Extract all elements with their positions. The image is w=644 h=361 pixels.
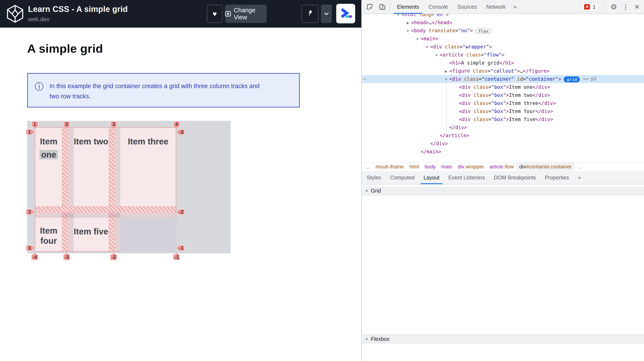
dom-tree-row[interactable]: <div class="box">Item three</div> bbox=[362, 99, 644, 107]
breadcrumb-overflow-icon[interactable]: … bbox=[574, 162, 585, 171]
chevron-down-icon bbox=[324, 12, 329, 15]
dom-tree-row[interactable]: ▼<main> bbox=[362, 35, 644, 43]
callout-text-line1: In this example the grid container creat… bbox=[50, 83, 260, 90]
dollar-zero-ref: $0 bbox=[590, 76, 596, 82]
grid-line-badge-right: -3 bbox=[178, 129, 185, 135]
grid-line-badge-bottom: -3 bbox=[63, 254, 70, 260]
dom-tree-row[interactable]: <h1>A simple grid</h1> bbox=[362, 59, 644, 67]
dom-tree-row[interactable]: ▼<article class="flow"> bbox=[362, 51, 644, 59]
elements-dom-tree: ▼<html lang="en">▶<head>…</head>▼<body t… bbox=[362, 0, 644, 162]
flexbox-section-header[interactable]: ▼ Flexbox bbox=[362, 335, 644, 343]
row-gap-shade bbox=[35, 213, 176, 218]
breadcrumb-item[interactable]: html bbox=[406, 162, 422, 171]
grid-section-header[interactable]: ▼ Grid bbox=[362, 186, 644, 195]
grid-line-badge-top: 1 bbox=[31, 121, 38, 127]
breadcrumb-item[interactable]: div#container.container bbox=[516, 162, 574, 171]
devtools-toolbar: ElementsConsoleSourcesNetwork » ✕ 1 ⚙ ⋮ … bbox=[362, 0, 644, 14]
elements-sidebar-tabs: StylesComputedLayoutEvent ListenersDOM B… bbox=[362, 171, 644, 185]
grid-line-badge-bottom: -2 bbox=[110, 254, 117, 260]
expand-arrow-open-icon[interactable]: ▼ bbox=[443, 75, 449, 83]
expand-arrow-closed-icon[interactable]: ▶ bbox=[405, 19, 411, 27]
equals-sign: == bbox=[583, 76, 589, 82]
breadcrumb-item[interactable]: div.wrapper bbox=[455, 162, 487, 171]
expand-arrow-open-icon[interactable]: ▼ bbox=[433, 51, 440, 59]
dom-tree-row[interactable]: ▼<body translate="no">flex bbox=[362, 26, 644, 35]
dom-tree-row[interactable]: </div> bbox=[362, 123, 644, 131]
breadcrumb-item[interactable]: result-iframe bbox=[373, 162, 406, 171]
console-error-badge[interactable]: ✕ 1 bbox=[581, 2, 599, 11]
empty-grid-cell bbox=[120, 218, 176, 252]
grid-line-badge-top: 2 bbox=[63, 121, 70, 127]
dom-tree-row[interactable]: </main> bbox=[362, 148, 644, 156]
site-header: Learn CSS - A simple grid web.dev ♥ Chan… bbox=[0, 0, 361, 27]
close-devtools-icon[interactable]: ✕ bbox=[634, 3, 640, 10]
info-callout: ⓘ In this example the grid container cre… bbox=[27, 73, 300, 107]
dom-tree-row[interactable]: ▶<head>…</head> bbox=[362, 18, 644, 26]
toolbar-divider bbox=[604, 3, 605, 11]
grid-line-badge-bottom: -4 bbox=[31, 254, 38, 260]
dom-tree-row[interactable]: <div class="box">Item two</div> bbox=[362, 91, 644, 99]
pin-icon bbox=[306, 10, 314, 18]
grid-badge[interactable]: grid bbox=[564, 76, 580, 82]
more-tabs-icon[interactable]: » bbox=[510, 3, 520, 10]
sandbox-logo-button[interactable] bbox=[336, 4, 355, 23]
expand-arrow-open-icon[interactable]: ▼ bbox=[424, 43, 430, 51]
dropdown-toggle-button[interactable] bbox=[321, 5, 332, 23]
column-gap-hatch bbox=[62, 128, 68, 251]
pin-button[interactable] bbox=[302, 5, 318, 23]
dom-tree-row[interactable]: </article> bbox=[362, 131, 644, 139]
toolbar-divider bbox=[390, 3, 390, 11]
callout-text-line2: two row tracks. bbox=[50, 93, 90, 100]
dom-tree-row[interactable]: ▶<figure class="callout">…</figure> bbox=[362, 67, 644, 75]
row-overflow-handle[interactable]: ⋯ bbox=[363, 75, 366, 83]
grid-line-badge-left: 2 bbox=[26, 209, 33, 215]
sidebar-more-tabs-icon[interactable]: » bbox=[574, 171, 585, 184]
change-view-button[interactable]: Change View bbox=[225, 5, 267, 23]
sidebar-tab-computed[interactable]: Computed bbox=[386, 171, 419, 184]
breadcrumb-item[interactable]: body bbox=[422, 162, 438, 171]
breadcrumb-overflow-icon[interactable]: … bbox=[362, 162, 373, 171]
favorite-button[interactable]: ♥ bbox=[207, 5, 222, 23]
site-domain[interactable]: web.dev bbox=[28, 16, 50, 23]
webdev-learn-css-logo bbox=[6, 4, 24, 23]
column-gap-shade bbox=[69, 128, 74, 251]
breadcrumb-item[interactable]: article.flow bbox=[487, 162, 516, 171]
column-gap-hatch bbox=[109, 128, 115, 251]
grid-item-four-line2: four bbox=[40, 236, 57, 246]
grid-item-five: Item five bbox=[74, 227, 108, 236]
dom-tree-row[interactable]: <div class="box">Item five</div> bbox=[362, 115, 644, 123]
column-gap-shade bbox=[116, 128, 120, 251]
sidebar-tab-event-listeners[interactable]: Event Listeners bbox=[444, 171, 490, 184]
sidebar-tab-dom-breakpoints[interactable]: DOM Breakpoints bbox=[490, 171, 540, 184]
expand-arrow-open-icon[interactable]: ▼ bbox=[414, 35, 420, 43]
grid-line-badge-top: 4 bbox=[173, 121, 180, 127]
dom-tree-row[interactable]: </div> bbox=[362, 139, 644, 148]
sidebar-tab-layout[interactable]: Layout bbox=[419, 171, 444, 184]
expand-arrow-open-icon[interactable]: ▼ bbox=[405, 27, 411, 35]
expand-arrow-closed-icon[interactable]: ▶ bbox=[443, 67, 449, 75]
grid-line-badge-left: 1 bbox=[26, 129, 33, 135]
kebab-menu-icon[interactable]: ⋮ bbox=[622, 3, 629, 10]
sidebar-tab-properties[interactable]: Properties bbox=[540, 171, 574, 184]
devtools-tab-sources[interactable]: Sources bbox=[453, 0, 482, 14]
result-iframe-area: Item one Item two Item three Item four I… bbox=[27, 121, 230, 253]
dom-tree-row[interactable]: ▼<div class="wrapper"> bbox=[362, 43, 644, 51]
error-count: 1 bbox=[592, 4, 596, 10]
grid-item-four-line1: Item bbox=[40, 226, 58, 236]
article-heading: A simple grid bbox=[27, 42, 103, 55]
devtools-tab-network[interactable]: Network bbox=[482, 0, 510, 14]
inspect-element-icon[interactable] bbox=[366, 2, 374, 11]
grid-line-badge-bottom: -1 bbox=[173, 254, 180, 260]
grid-item-one-line2: one bbox=[39, 150, 58, 159]
dom-tree-row-selected[interactable]: ⋯▼<div class="container" id="container">… bbox=[362, 75, 644, 83]
view-icon bbox=[225, 11, 231, 17]
breadcrumb-item[interactable]: main bbox=[438, 162, 455, 171]
dom-tree-row[interactable]: <div class="box">Item one</div> bbox=[362, 83, 644, 91]
sidebar-tab-styles[interactable]: Styles bbox=[362, 171, 386, 184]
flex-badge[interactable]: flex bbox=[476, 28, 492, 34]
device-toolbar-icon[interactable] bbox=[378, 2, 386, 11]
dom-tree-row[interactable]: <div class="box">Item four</div> bbox=[362, 107, 644, 115]
settings-gear-icon[interactable]: ⚙ bbox=[610, 2, 617, 11]
devtools-tab-elements[interactable]: Elements bbox=[392, 0, 424, 14]
devtools-tab-console[interactable]: Console bbox=[424, 0, 453, 14]
